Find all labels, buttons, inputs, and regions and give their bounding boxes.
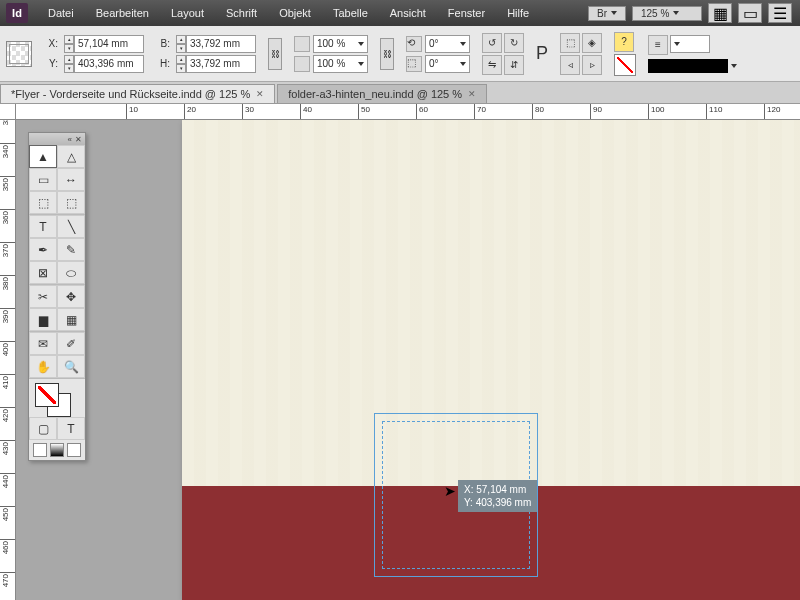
shear-icon: ⬚ xyxy=(406,56,422,72)
gap-tool[interactable]: ↔ xyxy=(57,168,85,191)
menu-bar: Id Datei Bearbeiten Layout Schrift Objek… xyxy=(0,0,800,26)
apply-gradient-icon[interactable] xyxy=(50,443,64,457)
menu-bearbeiten[interactable]: Bearbeiten xyxy=(86,3,159,23)
tab-folder[interactable]: folder-a3-hinten_neu.indd @ 125 %✕ xyxy=(277,84,487,103)
close-icon[interactable]: ✕ xyxy=(468,89,476,99)
paragraph-icon[interactable]: P xyxy=(536,43,548,64)
gradient-swatch-tool[interactable]: ▆ xyxy=(29,308,57,331)
menu-fenster[interactable]: Fenster xyxy=(438,3,495,23)
select-prev-icon[interactable]: ◃ xyxy=(560,55,580,75)
horizontal-ruler[interactable]: 102030405060708090100110120 xyxy=(16,104,800,120)
x-field[interactable]: 57,104 mm xyxy=(74,35,144,53)
y-label: Y: xyxy=(44,58,58,69)
reference-point-grid[interactable] xyxy=(6,41,32,67)
menu-schrift[interactable]: Schrift xyxy=(216,3,267,23)
tools-panel[interactable]: «✕ ▲ △ ▭ ↔ ⬚ ⬚ T ╲ ✒ ✎ ⊠ ⬭ ✂ ✥ ▆ ▦ ✉ ✐ ✋… xyxy=(28,132,86,461)
scissors-tool[interactable]: ✂ xyxy=(29,285,57,308)
scale-y-icon xyxy=(294,56,310,72)
select-content-icon[interactable]: ◈ xyxy=(582,33,602,53)
screen-mode-icon[interactable]: ▭ xyxy=(738,3,762,23)
select-next-icon[interactable]: ▹ xyxy=(582,55,602,75)
text-format-icon[interactable]: T xyxy=(57,417,85,440)
bridge-button[interactable]: Br xyxy=(588,6,626,21)
page-tool[interactable]: ▭ xyxy=(29,168,57,191)
pencil-tool[interactable]: ✎ xyxy=(57,238,85,261)
document-tabs: *Flyer - Vorderseite und Rückseite.indd … xyxy=(0,82,800,104)
x-label: X: xyxy=(44,38,58,49)
selection-tool[interactable]: ▲ xyxy=(29,145,57,168)
position-tooltip: X: 57,104 mm Y: 403,396 mm xyxy=(458,480,537,512)
fill-none-icon[interactable] xyxy=(614,54,636,76)
rotate-field[interactable]: 0° xyxy=(425,35,470,53)
content-placer-tool[interactable]: ⬚ xyxy=(57,191,85,214)
w-label: B: xyxy=(156,38,170,49)
stroke-weight-field[interactable] xyxy=(670,35,710,53)
rotate-icon: ⟲ xyxy=(406,36,422,52)
rotate-ccw-icon[interactable]: ↺ xyxy=(482,33,502,53)
ellipse-tool[interactable]: ⬭ xyxy=(57,261,85,284)
menu-datei[interactable]: Datei xyxy=(38,3,84,23)
container-format-icon[interactable]: ▢ xyxy=(29,417,57,440)
scale-y-field[interactable]: 100 % xyxy=(313,55,368,73)
vertical-ruler[interactable]: 3303403503603703803904004104204304404504… xyxy=(0,120,16,600)
eyedropper-tool[interactable]: ✐ xyxy=(57,332,85,355)
close-icon[interactable]: ✕ xyxy=(256,89,264,99)
h-label: H: xyxy=(156,58,170,69)
select-container-icon[interactable]: ⬚ xyxy=(560,33,580,53)
menu-objekt[interactable]: Objekt xyxy=(269,3,321,23)
menu-layout[interactable]: Layout xyxy=(161,3,214,23)
menu-hilfe[interactable]: Hilfe xyxy=(497,3,539,23)
apply-none-icon[interactable] xyxy=(33,443,47,457)
close-icon[interactable]: ✕ xyxy=(75,135,82,144)
canvas[interactable]: ➤ X: 57,104 mm Y: 403,396 mm xyxy=(16,120,800,600)
rectangle-frame-tool[interactable]: ⊠ xyxy=(29,261,57,284)
width-field[interactable]: 33,792 mm xyxy=(186,35,256,53)
rotate-cw-icon[interactable]: ↻ xyxy=(504,33,524,53)
stroke-weight-icon[interactable]: ≡ xyxy=(648,35,668,55)
control-bar: X: ▴▾57,104 mm Y: ▴▾403,396 mm B: ▴▾33,7… xyxy=(0,26,800,82)
content-collector-tool[interactable]: ⬚ xyxy=(29,191,57,214)
tab-flyer[interactable]: *Flyer - Vorderseite und Rückseite.indd … xyxy=(0,84,275,103)
line-tool[interactable]: ╲ xyxy=(57,215,85,238)
y-field[interactable]: 403,396 mm xyxy=(74,55,144,73)
direct-selection-tool[interactable]: △ xyxy=(57,145,85,168)
ruler-origin[interactable] xyxy=(0,104,16,120)
gradient-feather-tool[interactable]: ▦ xyxy=(57,308,85,331)
flip-v-icon[interactable]: ⇵ xyxy=(504,55,524,75)
zoom-tool[interactable]: 🔍 xyxy=(57,355,85,378)
shear-field[interactable]: 0° xyxy=(425,55,470,73)
apply-color-icon[interactable] xyxy=(67,443,81,457)
collapse-icon[interactable]: « xyxy=(68,135,72,144)
zoom-dropdown[interactable]: 125 % xyxy=(632,6,702,21)
link-wh-icon[interactable]: ⛓ xyxy=(268,38,282,70)
fill-stroke-swatch[interactable] xyxy=(29,379,85,417)
link-scale-icon[interactable]: ⛓ xyxy=(380,38,394,70)
note-tool[interactable]: ✉ xyxy=(29,332,57,355)
height-field[interactable]: 33,792 mm xyxy=(186,55,256,73)
menu-ansicht[interactable]: Ansicht xyxy=(380,3,436,23)
arrange-icon[interactable]: ☰ xyxy=(768,3,792,23)
app-icon: Id xyxy=(6,3,28,23)
scale-x-icon xyxy=(294,36,310,52)
view-options-icon[interactable]: ▦ xyxy=(708,3,732,23)
free-transform-tool[interactable]: ✥ xyxy=(57,285,85,308)
hand-tool[interactable]: ✋ xyxy=(29,355,57,378)
scale-x-field[interactable]: 100 % xyxy=(313,35,368,53)
stroke-style[interactable] xyxy=(648,59,728,73)
flip-h-icon[interactable]: ⇋ xyxy=(482,55,502,75)
menu-tabelle[interactable]: Tabelle xyxy=(323,3,378,23)
help-icon[interactable]: ? xyxy=(614,32,634,52)
type-tool[interactable]: T xyxy=(29,215,57,238)
pen-tool[interactable]: ✒ xyxy=(29,238,57,261)
